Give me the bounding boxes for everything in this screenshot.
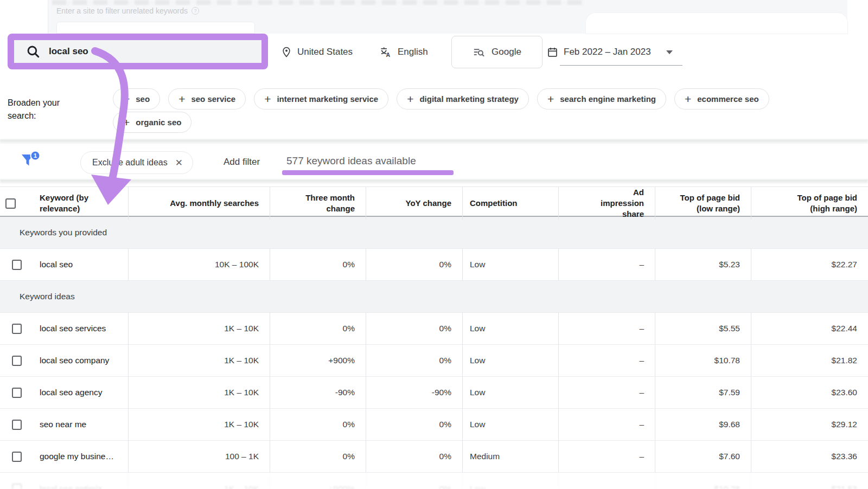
info-icon: ? — [192, 7, 199, 15]
date-range-label: Feb 2022 – Jan 2023 — [564, 47, 651, 57]
three-month-change-cell: 0% — [270, 409, 366, 440]
date-range-selector[interactable]: Feb 2022 – Jan 2023 — [547, 44, 673, 60]
ad-impression-share-cell: – — [559, 345, 655, 376]
bid-low-cell: $7.60 — [655, 441, 751, 472]
plus-icon: + — [178, 93, 185, 105]
table-body: Keywords you providedlocal seo10K – 100K… — [0, 217, 868, 489]
select-all-checkbox[interactable] — [5, 198, 16, 209]
ad-impression-share-cell: – — [559, 249, 655, 280]
yoy-change-cell: -90% — [366, 377, 463, 408]
chip-label: seo — [136, 94, 150, 104]
network-selector-button[interactable]: Google — [451, 36, 542, 68]
row-checkbox[interactable] — [12, 452, 22, 462]
keyword-cell: local seo company — [33, 345, 129, 376]
competition-cell: Low — [463, 313, 559, 344]
broaden-chip-ecommerce-seo[interactable]: +ecommerce seo — [674, 88, 769, 110]
column-header-top-of-page-bid-high[interactable]: Top of page bid (high range) — [751, 187, 868, 220]
three-month-change-cell: 0% — [270, 313, 366, 344]
active-filter-chip[interactable]: Exclude adult ideas ✕ — [80, 151, 193, 174]
table-row: local seo company1K – 10K+900%0%Low–$10.… — [0, 345, 868, 377]
keyword-cell: local seo optimiz… — [33, 473, 129, 489]
chip-label: search engine marketing — [560, 94, 656, 104]
table-row: google my busine…100 – 1K0%0%Medium–$7.6… — [0, 441, 868, 473]
keyword-search-box[interactable]: local seo — [8, 34, 268, 69]
row-checkbox[interactable] — [12, 356, 22, 366]
yoy-change-cell: 0% — [366, 345, 463, 376]
row-checkbox[interactable] — [12, 388, 22, 398]
search-input-value: local seo — [49, 46, 88, 57]
date-range-underline — [560, 65, 682, 66]
column-header-three-month-change[interactable]: Three month change — [270, 187, 366, 220]
plus-icon: + — [685, 93, 691, 105]
competition-cell: Low — [463, 377, 559, 408]
add-filter-button[interactable]: Add filter — [224, 157, 260, 168]
chip-label: ecommerce seo — [697, 94, 758, 104]
select-all-cell — [0, 187, 33, 220]
bid-high-cell: $29.12 — [751, 409, 868, 440]
column-header-avg-monthly-searches[interactable]: Avg. monthly searches — [129, 187, 270, 220]
column-header-ad-impression-share[interactable]: Ad impression share — [559, 187, 655, 220]
language-selector[interactable]: A English — [380, 44, 428, 60]
ad-impression-share-cell: – — [559, 441, 655, 472]
table-row: seo near me1K – 10K0%0%Low–$9.68$29.12 — [0, 409, 868, 441]
column-header-yoy-change[interactable]: YoY change — [366, 187, 463, 220]
broaden-chip-search-engine-marketing[interactable]: +search engine marketing — [537, 88, 666, 110]
filter-funnel-button[interactable]: 1 — [20, 151, 42, 172]
remove-filter-icon[interactable]: ✕ — [175, 157, 183, 169]
bid-low-cell: $9.68 — [655, 409, 751, 440]
bid-low-cell: $10.28 — [655, 473, 751, 489]
bid-high-cell: $22.44 — [751, 313, 868, 344]
keyword-cell: local seo agency — [33, 377, 129, 408]
chevron-down-icon — [666, 50, 673, 54]
column-header-keyword[interactable]: Keyword (by relevance) — [33, 187, 129, 220]
row-checkbox[interactable] — [12, 484, 22, 489]
row-checkbox[interactable] — [12, 260, 22, 270]
filter-count-badge: 1 — [34, 152, 37, 159]
table-top-shadow — [0, 179, 868, 184]
section-header: Keywords you provided — [0, 217, 868, 249]
chip-label: internet marketing service — [277, 94, 378, 104]
yoy-change-cell: 0% — [366, 313, 463, 344]
broaden-chip-organic-seo[interactable]: +organic seo — [113, 112, 192, 133]
row-checkbox-cell — [0, 473, 33, 489]
broaden-chip-row-2: +organic seo — [113, 112, 192, 133]
column-header-top-of-page-bid-low[interactable]: Top of page bid (low range) — [655, 187, 751, 220]
location-pin-icon — [281, 46, 292, 58]
broaden-chip-seo-service[interactable]: +seo service — [168, 88, 246, 110]
bid-low-cell: $10.78 — [655, 345, 751, 376]
three-month-change-cell: +900% — [270, 473, 366, 489]
competition-cell: Low — [463, 473, 559, 489]
chip-label: organic seo — [136, 118, 181, 127]
calendar-icon — [547, 46, 558, 58]
location-selector[interactable]: United States — [281, 44, 353, 60]
site-filter-input[interactable] — [56, 22, 255, 34]
broaden-chip-digital-marketing-strategy[interactable]: +digital marketing strategy — [397, 88, 529, 110]
table-row: local seo services1K – 10K0%0%Low–$5.55$… — [0, 313, 868, 345]
avg-monthly-searches-cell: 1K – 10K — [129, 345, 270, 376]
plus-icon: + — [547, 93, 554, 105]
yoy-change-cell: 0% — [366, 473, 463, 489]
table-row: local seo10K – 100K0%0%Low–$5.23$22.27 — [0, 249, 868, 281]
active-filter-label: Exclude adult ideas — [92, 158, 168, 168]
avg-monthly-searches-cell: 1K – 10K — [129, 409, 270, 440]
section-header: Keyword ideas — [0, 281, 868, 313]
table-row-partial: local seo optimiz…1K – 10K+900%0%Low–$10… — [0, 473, 868, 489]
ad-impression-share-cell: – — [559, 313, 655, 344]
competition-cell: Low — [463, 249, 559, 280]
bid-low-cell: $7.59 — [655, 377, 751, 408]
three-month-change-cell: 0% — [270, 441, 366, 472]
site-filter-hint-label: Enter a site to filter unrelated keyword… — [56, 7, 188, 15]
bid-high-cell: $21.53 — [751, 473, 868, 489]
row-checkbox[interactable] — [12, 324, 22, 334]
keyword-planner-page: Enter a site to filter unrelated keyword… — [0, 0, 868, 489]
avg-monthly-searches-cell: 1K – 10K — [129, 377, 270, 408]
broaden-chip-internet-marketing-service[interactable]: +internet marketing service — [254, 88, 388, 110]
plus-icon: + — [123, 117, 130, 128]
language-label: English — [398, 47, 428, 57]
row-checkbox-cell — [0, 377, 33, 408]
broaden-chip-seo[interactable]: +seo — [113, 88, 160, 110]
plus-icon: + — [407, 93, 413, 105]
column-header-competition[interactable]: Competition — [463, 187, 559, 220]
avg-monthly-searches-cell: 1K – 10K — [129, 473, 270, 489]
row-checkbox[interactable] — [12, 420, 22, 430]
